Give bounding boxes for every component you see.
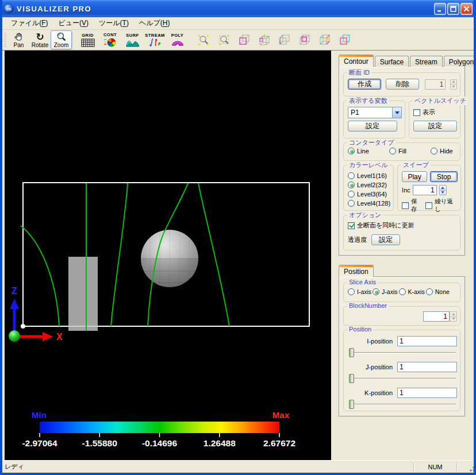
- tab-stream[interactable]: Stream: [410, 56, 443, 67]
- contour-tab-page: 断面 ID 作成 削除 表示する変数 P1: [339, 66, 465, 256]
- block-number-field[interactable]: [423, 311, 450, 322]
- section-id-field[interactable]: [425, 79, 446, 90]
- rotate-button[interactable]: ↻ Rotate: [29, 30, 51, 49]
- vector-show-checkbox[interactable]: 表示: [413, 108, 435, 117]
- status-bar: レディ NUM: [0, 460, 476, 473]
- polygon-button[interactable]: POLY: [166, 30, 189, 49]
- box-slice-1-icon[interactable]: [238, 34, 251, 46]
- pan-button[interactable]: Pan: [8, 30, 29, 49]
- colorbar-tick-0: -2.97064: [22, 438, 57, 448]
- toolbar-grip[interactable]: [4, 32, 6, 48]
- i-position-field[interactable]: [397, 336, 457, 346]
- app-icon: VIS: [3, 3, 14, 14]
- box-slice-3-icon[interactable]: [278, 34, 291, 46]
- opacity-settings-button[interactable]: 設定: [371, 234, 400, 245]
- z-axis-arrow: [10, 299, 19, 309]
- rotate-icon: ↻: [36, 32, 44, 42]
- hand-icon: [14, 32, 24, 42]
- inc-spinner[interactable]: [439, 185, 447, 195]
- stop-button[interactable]: Stop: [430, 171, 458, 182]
- contour-type-group: コンタータイプ Line Fill Hide: [343, 142, 460, 161]
- surface-button[interactable]: SURF: [121, 30, 144, 49]
- k-position-field[interactable]: [397, 388, 457, 398]
- tool-tabs: Contour Surface Stream Polygon: [339, 55, 469, 67]
- color-level-group: カラーレベル Level1(16) Level2(32) Level3(64) …: [343, 165, 394, 211]
- variable-combobox[interactable]: P1: [348, 107, 402, 118]
- region-zoom-icon[interactable]: [197, 33, 210, 47]
- minimize-button[interactable]: [434, 3, 446, 15]
- maximize-icon: [450, 6, 456, 12]
- stream-button[interactable]: STREAM: [144, 30, 166, 49]
- control-panel: Contour Surface Stream Polygon 断面 ID 作成 …: [331, 51, 474, 460]
- section-id-group: 断面 ID 作成 削除: [343, 72, 460, 96]
- render-viewport[interactable]: Z X Min Max: [5, 51, 331, 460]
- box-slice-6-icon[interactable]: [339, 34, 352, 46]
- menu-help[interactable]: ヘルプ(H): [134, 17, 175, 29]
- tab-contour[interactable]: Contour: [339, 55, 374, 67]
- menu-view[interactable]: ビュー(V): [53, 17, 94, 29]
- variable-settings-button[interactable]: 設定: [348, 121, 397, 132]
- surface-icon: [126, 38, 140, 47]
- radio-j-axis[interactable]: J-axis: [373, 288, 397, 295]
- radio-level4[interactable]: Level4(128): [348, 199, 390, 208]
- position-tabs: Position: [339, 265, 469, 277]
- k-position-slider-thumb[interactable]: [349, 400, 354, 409]
- colorbar-min-label: Min: [32, 410, 47, 420]
- menu-file[interactable]: ファイル(F): [6, 17, 53, 29]
- tab-surface[interactable]: Surface: [375, 56, 409, 67]
- i-position-slider[interactable]: [349, 347, 456, 358]
- viewport-area: Z X Min Max: [2, 51, 331, 460]
- grid-button[interactable]: GRID: [76, 30, 99, 49]
- title-bar[interactable]: VIS VISUALIZER PRO: [0, 0, 476, 17]
- delete-button[interactable]: 削除: [386, 79, 419, 90]
- chevron-down-icon[interactable]: [392, 107, 401, 118]
- y-axis-ball: [9, 330, 20, 342]
- j-position-slider[interactable]: [349, 373, 456, 384]
- menu-tools[interactable]: ツール(T): [94, 17, 134, 29]
- minimize-icon: [437, 6, 443, 12]
- x-axis-label: X: [56, 332, 63, 342]
- box-origin-dot: [21, 324, 25, 329]
- play-button[interactable]: Play: [402, 171, 427, 182]
- update-all-checkbox[interactable]: 全断面を同時に更新: [348, 221, 414, 230]
- radio-line[interactable]: Line: [348, 148, 389, 155]
- status-message: レディ: [5, 462, 411, 471]
- box-slice-2-icon[interactable]: [258, 34, 271, 46]
- box-slice-5-icon[interactable]: [318, 34, 332, 46]
- tab-polygon[interactable]: Polygon: [444, 56, 476, 67]
- radio-k-axis[interactable]: K-axis: [399, 288, 425, 295]
- vector-switch-group: ベクトルスイッチ 表示 設定: [409, 101, 460, 138]
- sweep-group: スイープ Play Stop Inc 保存 繰り返し: [397, 165, 461, 211]
- scene-3d: Z X Min Max: [5, 51, 331, 460]
- region-select-icon[interactable]: [217, 33, 231, 47]
- section-id-spinner[interactable]: [450, 79, 457, 90]
- j-position-field[interactable]: [397, 362, 457, 372]
- block-number-spinner[interactable]: [450, 311, 457, 322]
- save-checkbox[interactable]: 保存: [402, 198, 422, 214]
- tab-position[interactable]: Position: [339, 265, 374, 277]
- radio-hide[interactable]: Hide: [431, 148, 453, 155]
- maximize-button[interactable]: [447, 3, 459, 15]
- create-button[interactable]: 作成: [348, 79, 381, 90]
- block-number-group: BlockNumber: [343, 306, 460, 326]
- box-slice-4-icon[interactable]: [298, 34, 312, 46]
- radio-fill[interactable]: Fill: [389, 148, 431, 155]
- contour-button[interactable]: CONT: [99, 30, 121, 49]
- k-position-slider[interactable]: [349, 399, 456, 410]
- radio-level3[interactable]: Level3(64): [348, 190, 390, 199]
- window-title: VISUALIZER PRO: [17, 5, 433, 13]
- zoom-button[interactable]: Zoom: [51, 30, 72, 49]
- vector-settings-button[interactable]: 設定: [413, 121, 457, 132]
- z-axis-label: Z: [11, 286, 17, 296]
- i-position-slider-thumb[interactable]: [349, 348, 354, 357]
- colorbar-tick-3: 1.26488: [204, 438, 236, 448]
- radio-level2[interactable]: Level2(32): [348, 180, 390, 190]
- resize-grip[interactable]: [467, 464, 475, 472]
- radio-level1[interactable]: Level1(16): [348, 171, 390, 180]
- close-button[interactable]: [460, 3, 473, 15]
- repeat-checkbox[interactable]: 繰り返し: [425, 198, 458, 214]
- radio-none-axis[interactable]: None: [426, 288, 450, 295]
- inc-field[interactable]: [413, 185, 437, 195]
- radio-i-axis[interactable]: I-axis: [348, 288, 371, 295]
- j-position-slider-thumb[interactable]: [349, 374, 354, 383]
